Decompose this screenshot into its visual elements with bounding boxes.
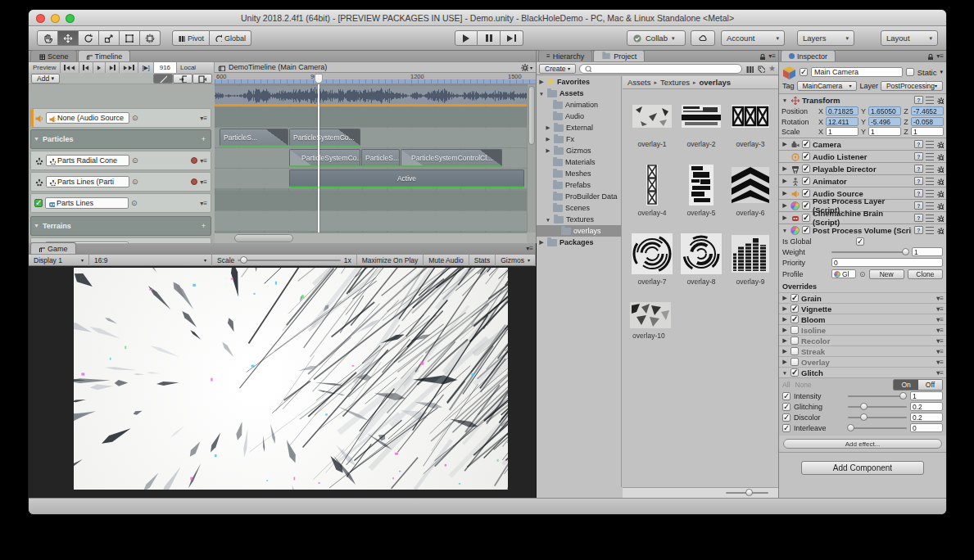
add-to-group-button[interactable]: +	[202, 222, 206, 230]
expand-arrow-icon[interactable]: ▶	[545, 124, 551, 131]
override-menu-icon[interactable]: ▾≡	[936, 348, 944, 355]
override-menu-icon[interactable]: ▾≡	[936, 327, 944, 334]
gameobject-name-field[interactable]: Main Camera	[811, 67, 903, 77]
tab-game[interactable]: Game	[30, 242, 76, 254]
position-y-field[interactable]: 1.65050	[868, 106, 901, 115]
track-parts-lines-particle[interactable]: Parts Lines (Parti ⊙ ▾≡	[30, 172, 211, 192]
expand-arrow-icon[interactable]: ▶	[538, 79, 545, 85]
rect-tool-button[interactable]	[120, 30, 140, 46]
panel-menu-icon[interactable]: ▾≡	[768, 52, 776, 60]
expand-arrow-icon[interactable]: ▶	[781, 190, 788, 196]
position-x-field[interactable]: 0.71825	[826, 106, 858, 115]
component-enabled-checkbox[interactable]	[802, 165, 810, 173]
hand-tool-button[interactable]	[37, 30, 58, 46]
audio-binding-field[interactable]: None (Audio Source	[46, 112, 129, 124]
gear-icon[interactable]	[936, 141, 944, 148]
gameobject-enabled-checkbox[interactable]	[800, 68, 808, 76]
expand-arrow-icon[interactable]: ▶	[781, 359, 788, 365]
clip-active[interactable]: Active	[289, 169, 524, 187]
preset-icon[interactable]	[926, 202, 934, 210]
override-menu-icon[interactable]: ▾≡	[936, 305, 944, 313]
tree-item-animation[interactable]: Animation	[537, 99, 621, 111]
layout-dropdown[interactable]: Layout▾	[881, 30, 938, 46]
slider-knob[interactable]	[240, 256, 247, 264]
gizmos-dropdown[interactable]: Gizmos▾	[496, 255, 536, 266]
mute-audio-button[interactable]: Mute Audio	[424, 255, 469, 266]
component-enabled-checkbox[interactable]	[802, 152, 810, 160]
window-titlebar[interactable]: Unity 2018.2.4f1 (64bit) - [PREVIEW PACK…	[29, 10, 946, 26]
discolor-slider[interactable]	[848, 417, 907, 418]
tree-item-scenes[interactable]: Scenes	[537, 202, 621, 214]
select-all-button[interactable]: All	[782, 381, 790, 389]
particle-binding-field[interactable]: Parts Lines (Parti	[46, 176, 129, 187]
transform-tool-button[interactable]	[140, 30, 161, 46]
track-parts-radial-cone[interactable]: Parts Radial Cone ⊙ ▾≡	[30, 151, 211, 170]
weight-field[interactable]: 1	[912, 247, 943, 256]
tree-item-materials[interactable]: Materials	[537, 156, 621, 168]
search-input[interactable]	[579, 64, 742, 74]
timeline-play-button[interactable]	[93, 62, 106, 73]
collapse-arrow-icon[interactable]: ▼	[34, 223, 39, 228]
timeline-clips-area[interactable]: ParticleS... ParticleSystemCo... Particl…	[215, 84, 528, 233]
scale-z-field[interactable]: 1	[911, 127, 944, 136]
tree-item-meshes[interactable]: Meshes	[537, 168, 621, 179]
help-book-icon[interactable]: ?	[914, 152, 923, 160]
override-checkbox[interactable]	[791, 305, 799, 313]
timeline-ruler[interactable]: 600 900 1200 1500	[215, 73, 536, 84]
override-glitch[interactable]: ▼Glitch▾≡	[779, 367, 946, 377]
object-picker-icon[interactable]: ⊙	[132, 114, 138, 122]
expand-arrow-icon[interactable]: ▶	[781, 178, 788, 184]
component-enabled-checkbox[interactable]	[802, 201, 810, 210]
tree-item-external[interactable]: ▶External	[537, 122, 621, 133]
particle-binding-field[interactable]: Parts Radial Cone	[46, 155, 129, 166]
tree-item-prefabs[interactable]: Prefabs	[537, 179, 621, 191]
ref-mode-dropdown[interactable]: Local	[177, 62, 215, 73]
tab-project[interactable]: Project	[593, 50, 645, 61]
asset-overlay-4[interactable]: overlay-4	[627, 163, 677, 228]
display-dropdown[interactable]: Display 1▾	[29, 255, 89, 266]
on-off-toggle[interactable]: OnOff	[893, 379, 943, 391]
asset-overlay-9[interactable]: overlay-9	[726, 232, 775, 297]
track-menu-button[interactable]: ▾≡	[200, 115, 207, 122]
expand-arrow-icon[interactable]: ▶	[781, 337, 788, 344]
override-checkbox[interactable]	[791, 315, 799, 323]
glitching-slider[interactable]	[848, 406, 907, 408]
thumbnail-size-slider[interactable]	[726, 492, 768, 494]
camera-component[interactable]: ▶Camera?	[779, 138, 946, 151]
asset-overlay-6[interactable]: overlay-6	[726, 163, 775, 228]
layers-dropdown[interactable]: Layers▾	[797, 30, 854, 46]
gear-icon[interactable]	[936, 215, 944, 222]
scale-x-field[interactable]: 1	[826, 127, 858, 136]
override-checkbox[interactable]	[791, 336, 799, 345]
asset-overlay-3[interactable]: overlay-3	[726, 94, 775, 160]
preset-icon[interactable]	[926, 141, 934, 148]
tree-item-textures[interactable]: ▼Textures	[537, 214, 621, 225]
help-book-icon[interactable]: ?	[914, 226, 923, 234]
asset-overlay-1[interactable]: overlay-1	[627, 94, 677, 160]
timeline-horizontal-scrollbar[interactable]	[215, 233, 527, 243]
weight-slider[interactable]	[831, 251, 908, 253]
tree-item-favorites[interactable]: ▶★Favorites	[537, 76, 621, 88]
preset-icon[interactable]	[926, 215, 934, 222]
expand-arrow-icon[interactable]: ▶	[781, 316, 788, 323]
label-filter-icon[interactable]	[757, 65, 765, 73]
clip-particles-2[interactable]: ParticleSystemCo...	[289, 129, 360, 147]
is-global-checkbox[interactable]	[856, 237, 864, 246]
gear-icon[interactable]	[936, 153, 944, 160]
pivot-toggle-button[interactable]: Pivot	[172, 30, 210, 46]
param-checkbox[interactable]	[782, 392, 791, 400]
breadcrumb-assets[interactable]: Assets	[627, 78, 651, 87]
slider-knob[interactable]	[860, 413, 868, 421]
expand-arrow-icon[interactable]: ▶	[538, 239, 545, 246]
show-curves-button[interactable]	[153, 74, 173, 84]
object-picker-icon[interactable]: ⊙	[131, 199, 138, 207]
help-book-icon[interactable]: ?	[914, 189, 923, 197]
preview-toggle[interactable]: Preview	[29, 62, 61, 73]
override-menu-icon[interactable]: ▾≡	[936, 337, 944, 345]
expand-arrow-icon[interactable]: ▶	[545, 147, 551, 154]
add-to-group-button[interactable]: +	[202, 135, 206, 143]
breadcrumb-textures[interactable]: Textures	[660, 78, 690, 87]
panel-menu-icon[interactable]: ▾≡	[526, 245, 533, 252]
track-parts-lines[interactable]: Parts Lines ⊙ ▾≡	[30, 193, 211, 213]
glitching-field[interactable]: 0.2	[910, 402, 943, 411]
